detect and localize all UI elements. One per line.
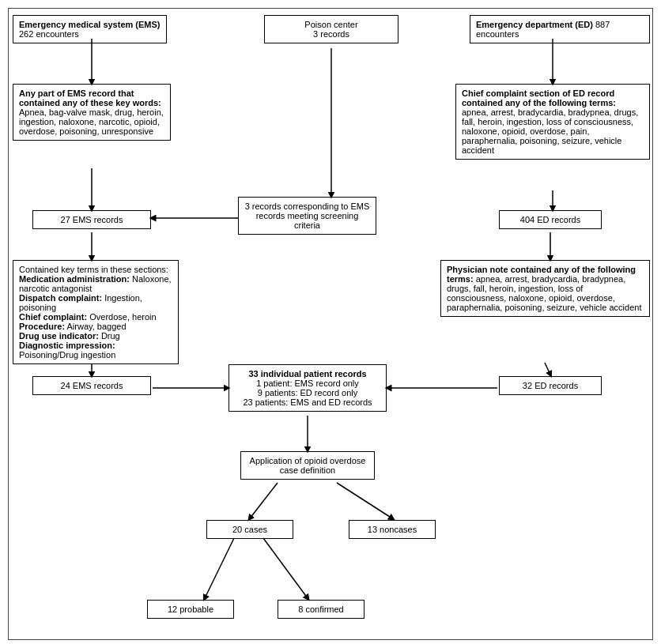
poison-center-label: Poison center3 records bbox=[304, 20, 357, 39]
ed-32-label: 32 ED records bbox=[523, 381, 578, 390]
ems-keywords-text: Any part of EMS record that contained an… bbox=[19, 89, 164, 136]
poison-screening-label: 3 records corresponding to EMS records m… bbox=[245, 201, 370, 230]
confirmed-8-box: 8 confirmed bbox=[278, 600, 364, 619]
ed-physician-box: Physician note contained any of the foll… bbox=[440, 260, 650, 317]
ems-24-box: 24 EMS records bbox=[32, 376, 151, 395]
ed-32-box: 32 ED records bbox=[499, 376, 602, 395]
ed-404-box: 404 ED records bbox=[499, 210, 602, 229]
ed-404-label: 404 ED records bbox=[520, 215, 580, 224]
ems-top-box: Emergency medical system (EMS) 262 encou… bbox=[13, 15, 167, 43]
poison-center-box: Poison center3 records bbox=[264, 15, 398, 43]
ems-key-terms-text: Contained key terms in these sections: M… bbox=[19, 265, 172, 360]
svg-line-13 bbox=[250, 483, 278, 518]
noncases-13-label: 13 noncases bbox=[368, 525, 417, 534]
ems-27-box: 27 EMS records bbox=[32, 210, 151, 229]
ems-keywords-box: Any part of EMS record that contained an… bbox=[13, 84, 171, 141]
opioid-application-box: Application of opioid overdose case defi… bbox=[240, 451, 375, 480]
svg-line-15 bbox=[205, 538, 234, 598]
ems-24-label: 24 EMS records bbox=[61, 381, 123, 390]
svg-line-9 bbox=[545, 363, 550, 375]
ems-27-label: 27 EMS records bbox=[61, 215, 123, 224]
noncases-13-box: 13 noncases bbox=[349, 520, 436, 539]
ems-key-terms-box: Contained key terms in these sections: M… bbox=[13, 260, 179, 364]
individual-33-label: 33 individual patient records 1 patient:… bbox=[243, 369, 372, 407]
cases-20-box: 20 cases bbox=[206, 520, 293, 539]
probable-12-label: 12 probable bbox=[168, 604, 213, 614]
ed-physician-text: Physician note contained any of the foll… bbox=[447, 265, 641, 312]
svg-line-14 bbox=[337, 483, 392, 518]
flowchart-container: Emergency medical system (EMS) 262 encou… bbox=[8, 8, 653, 640]
poison-screening-box: 3 records corresponding to EMS records m… bbox=[238, 197, 376, 235]
probable-12-box: 12 probable bbox=[147, 600, 234, 619]
flowchart: Emergency medical system (EMS) 262 encou… bbox=[8, 8, 653, 640]
cases-20-label: 20 cases bbox=[232, 525, 267, 534]
opioid-application-label: Application of opioid overdose case defi… bbox=[250, 456, 366, 475]
individual-33-box: 33 individual patient records 1 patient:… bbox=[229, 364, 387, 412]
ed-chief-complaint-box: Chief complaint section of ED record con… bbox=[455, 84, 650, 160]
confirmed-8-label: 8 confirmed bbox=[298, 604, 343, 614]
ed-top-box: Emergency department (ED) 887 encounters bbox=[470, 15, 650, 43]
ed-top-label: Emergency department (ED) 887 encounters bbox=[476, 20, 610, 39]
ed-chief-text: Chief complaint section of ED record con… bbox=[462, 89, 638, 155]
svg-line-16 bbox=[263, 538, 308, 598]
ems-top-label: Emergency medical system (EMS) 262 encou… bbox=[19, 20, 161, 39]
